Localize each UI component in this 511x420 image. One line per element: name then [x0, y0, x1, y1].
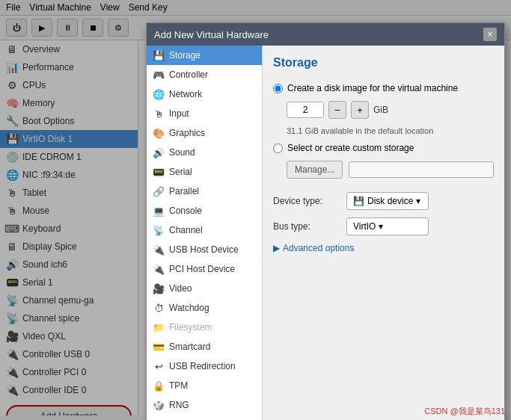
bus-type-label: Bus type: — [273, 221, 340, 232]
device-type-row: Device type: 💾 Disk device ▾ — [273, 192, 494, 210]
radio-custom-input[interactable] — [273, 143, 283, 153]
dialog-item-usb-redirect[interactable]: ↩ USB Redirection — [147, 356, 262, 376]
dialog-item-video[interactable]: 🎥 Video — [147, 279, 262, 298]
bus-type-row: Bus type: VirtIO ▾ — [273, 217, 494, 235]
tpm-icon: 🔒 — [153, 380, 165, 392]
radio-create-disk[interactable]: Create a disk image for the virtual mach… — [273, 83, 494, 93]
radio-create-disk-label: Create a disk image for the virtual mach… — [287, 83, 458, 93]
device-type-label: Device type: — [273, 196, 340, 206]
dialog-title: Add New Virtual Hardware — [154, 29, 269, 40]
pci-host-icon: 🔌 — [153, 263, 165, 275]
controller-icon: 🎮 — [153, 69, 165, 81]
dialog-sound-icon: 🔊 — [153, 146, 165, 158]
dialog-left-panel: 💾 Storage 🎮 Controller 🌐 Network 🖱 Input… — [147, 46, 263, 420]
panel-title: Storage — [273, 56, 494, 70]
dialog-overlay: Add New Virtual Hardware × 💾 Storage 🎮 C… — [0, 0, 511, 420]
dialog-item-pci-host[interactable]: 🔌 PCI Host Device — [147, 259, 262, 279]
dialog-item-watchdog[interactable]: ⏱ Watchdog — [147, 298, 262, 318]
dialog-item-network[interactable]: 🌐 Network — [147, 84, 262, 104]
dialog-item-serial[interactable]: 📟 Serial — [147, 162, 262, 182]
dialog-item-controller[interactable]: 🎮 Controller — [147, 65, 262, 84]
filesystem-icon: 📁 — [153, 321, 165, 333]
radio-custom-label: Select or create custom storage — [287, 143, 414, 153]
manage-button[interactable]: Manage... — [287, 161, 343, 179]
dialog-titlebar: Add New Virtual Hardware × — [147, 23, 504, 46]
watchdog-icon: ⏱ — [153, 302, 165, 314]
input-icon: 🖱 — [153, 108, 165, 120]
dialog-right-panel: Storage Create a disk image for the virt… — [263, 46, 504, 420]
available-hint: 31.1 GiB available in the default locati… — [287, 126, 494, 135]
size-decrease-button[interactable]: − — [328, 101, 346, 119]
parallel-icon: 🔗 — [153, 185, 165, 197]
device-type-dropdown[interactable]: 💾 Disk device ▾ — [346, 192, 429, 210]
usb-host-icon: 🔌 — [153, 244, 165, 256]
advanced-options-label: Advanced options — [283, 243, 354, 253]
size-unit-label: GiB — [373, 105, 388, 115]
size-row: − + GiB — [287, 101, 494, 119]
dialog-item-rng[interactable]: 🎲 RNG — [147, 395, 262, 415]
advanced-options-section[interactable]: ▶ Advanced options — [273, 243, 494, 253]
size-input[interactable] — [287, 102, 324, 118]
dialog-item-channel[interactable]: 📡 Channel — [147, 220, 262, 240]
dialog-body: 💾 Storage 🎮 Controller 🌐 Network 🖱 Input… — [147, 46, 504, 420]
rng-icon: 🎲 — [153, 399, 165, 411]
device-type-chevron: ▾ — [416, 196, 420, 206]
dialog-item-sound[interactable]: 🔊 Sound — [147, 143, 262, 162]
usb-redirect-icon: ↩ — [153, 360, 165, 372]
dialog-item-smartcard[interactable]: 💳 Smartcard — [147, 337, 262, 356]
size-increase-button[interactable]: + — [351, 101, 369, 119]
dialog-close-button[interactable]: × — [483, 28, 497, 41]
bus-type-dropdown[interactable]: VirtIO ▾ — [346, 217, 429, 235]
dialog-item-parallel[interactable]: 🔗 Parallel — [147, 182, 262, 201]
add-hardware-dialog: Add New Virtual Hardware × 💾 Storage 🎮 C… — [146, 22, 505, 420]
device-type-icon: 💾 — [353, 196, 364, 206]
network-icon: 🌐 — [153, 88, 165, 100]
manage-row: Manage... — [287, 161, 494, 179]
video-icon: 🎥 — [153, 282, 165, 294]
dialog-item-tpm[interactable]: 🔒 TPM — [147, 376, 262, 395]
dialog-item-panic[interactable]: ⚠ Panic Notifier — [147, 415, 262, 420]
console-icon: 💻 — [153, 205, 165, 217]
dialog-item-console[interactable]: 💻 Console — [147, 201, 262, 220]
storage-icon: 💾 — [153, 49, 165, 61]
radio-create-disk-input[interactable] — [273, 84, 283, 93]
smartcard-icon: 💳 — [153, 341, 165, 353]
graphics-icon: 🎨 — [153, 127, 165, 139]
bus-type-value: VirtIO — [353, 221, 376, 232]
dialog-item-graphics[interactable]: 🎨 Graphics — [147, 123, 262, 143]
bus-type-chevron: ▾ — [379, 221, 383, 232]
radio-custom-storage[interactable]: Select or create custom storage — [273, 143, 494, 153]
custom-storage-input[interactable] — [349, 161, 494, 178]
device-type-value: Disk device — [367, 196, 413, 206]
channel-icon: 📡 — [153, 224, 165, 236]
dialog-item-input[interactable]: 🖱 Input — [147, 104, 262, 123]
dialog-item-storage[interactable]: 💾 Storage — [147, 46, 262, 65]
dialog-item-usb-host[interactable]: 🔌 USB Host Device — [147, 240, 262, 259]
watermark: CSDN @我是菜鸟131 — [424, 406, 505, 417]
advanced-chevron-icon: ▶ — [273, 243, 280, 253]
dialog-item-filesystem[interactable]: 📁 Filesystem — [147, 318, 262, 337]
dialog-serial-icon: 📟 — [153, 166, 165, 178]
